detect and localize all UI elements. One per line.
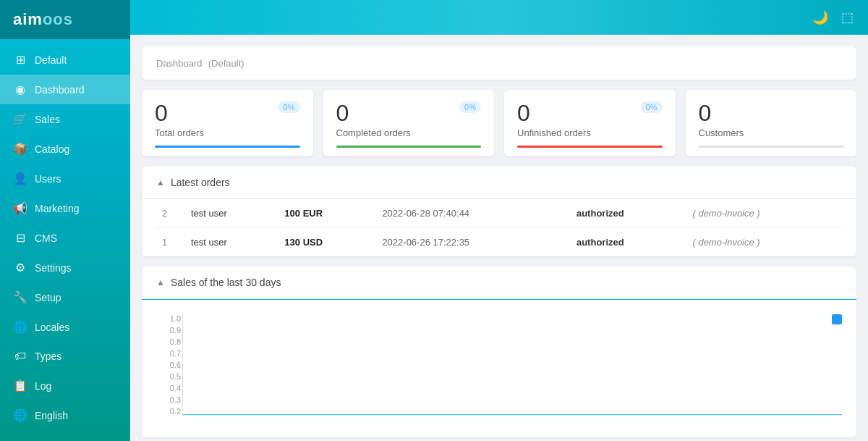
chart-wrapper: 1.0 0.9 0.8 0.7 0.6 0.5 0.4 0.3 0.2 — [156, 314, 842, 416]
sidebar-item-dashboard[interactable]: ◉ Dashboard — [0, 75, 130, 104]
page-header-card: Dashboard (Default) — [142, 46, 856, 80]
sidebar-label-setup: Setup — [35, 292, 61, 303]
sidebar-label-locales: Locales — [35, 322, 69, 333]
topbar: 🌙 ⬚ — [130, 0, 868, 35]
dark-mode-icon[interactable]: 🌙 — [812, 9, 828, 25]
users-icon: 👤 — [13, 172, 27, 185]
sidebar-item-setup[interactable]: 🔧 Setup — [0, 282, 130, 312]
stat-card-header: 0 0% — [336, 101, 482, 127]
y-label: 0.2 — [156, 407, 181, 416]
y-label: 0.6 — [156, 361, 181, 369]
sidebar: aimoos ⊞ Default ◉ Dashboard 🛒 Sales 📦 C… — [0, 0, 130, 441]
order-status: authorized — [571, 228, 687, 257]
unfinished-orders-value: 0 — [517, 101, 530, 125]
setup-icon: 🔧 — [13, 290, 27, 304]
sidebar-item-catalog[interactable]: 📦 Catalog — [0, 134, 130, 164]
y-label: 0.3 — [156, 395, 181, 404]
latest-orders-header: ▲ Latest orders — [142, 167, 856, 199]
chart-svg — [183, 314, 842, 415]
chart-container: 1.0 0.9 0.8 0.7 0.6 0.5 0.4 0.3 0.2 — [142, 307, 856, 437]
y-label: 0.7 — [156, 349, 181, 358]
sidebar-label-default: Default — [35, 54, 67, 66]
y-label: 0.8 — [156, 337, 181, 346]
sidebar-label-log: Log — [35, 380, 51, 392]
total-orders-bar — [155, 146, 300, 148]
sidebar-label-marketing: Marketing — [35, 203, 79, 214]
language-icon: 🌐 — [13, 408, 27, 422]
sidebar-item-settings[interactable]: ⚙ Settings — [0, 253, 130, 282]
sidebar-item-default[interactable]: ⊞ Default — [0, 45, 130, 75]
sidebar-item-cms[interactable]: ⊟ CMS — [0, 223, 130, 253]
completed-orders-label: Completed orders — [336, 127, 482, 138]
sidebar-label-english: English — [35, 410, 68, 421]
sidebar-item-english[interactable]: 🌐 English — [0, 400, 130, 430]
latest-orders-card: ▲ Latest orders 2 test user 100 EUR 2022… — [142, 167, 856, 256]
chevron-up-icon: ▲ — [156, 277, 165, 287]
sidebar-item-users[interactable]: 👤 Users — [0, 164, 130, 193]
sidebar-label-types: Types — [35, 350, 61, 362]
chart-plot-area — [182, 314, 842, 416]
grid-icon: ⊞ — [13, 53, 27, 67]
unfinished-orders-badge: 0% — [641, 101, 663, 113]
sidebar-label-users: Users — [35, 173, 61, 185]
sidebar-logo: aimoos — [0, 0, 130, 39]
stat-card-unfinished-orders: 0 0% Unfinished orders — [504, 90, 676, 156]
main-content: 🌙 ⬚ Dashboard (Default) 0 0% Total order… — [130, 0, 868, 441]
sidebar-label-dashboard: Dashboard — [35, 84, 85, 96]
stat-card-total-orders: 0 0% Total orders — [142, 90, 313, 156]
y-label: 0.5 — [156, 372, 181, 381]
total-orders-label: Total orders — [155, 127, 300, 138]
y-label: 1.0 — [156, 314, 181, 323]
sidebar-item-types[interactable]: 🏷 Types — [0, 342, 130, 371]
order-customer: test user — [185, 199, 278, 228]
table-row: 2 test user 100 EUR 2022-06-28 07:40:44 … — [156, 199, 842, 228]
cms-icon: ⊟ — [13, 231, 27, 245]
order-date: 2022-06-28 07:40:44 — [376, 199, 571, 228]
chevron-up-icon: ▲ — [156, 177, 165, 188]
logo-text: aimoos — [13, 10, 73, 29]
page-content: Dashboard (Default) 0 0% Total orders 0 … — [130, 35, 868, 441]
total-orders-badge: 0% — [278, 101, 300, 113]
table-row: 1 test user 130 USD 2022-06-26 17:22:35 … — [156, 228, 842, 257]
order-payment: ( demo-invoice ) — [686, 199, 842, 228]
marketing-icon: 📢 — [13, 201, 27, 215]
sidebar-label-cms: CMS — [35, 232, 57, 244]
stat-card-header: 0 0% — [517, 101, 663, 127]
catalog-icon: 📦 — [13, 142, 27, 156]
order-id: 2 — [156, 199, 185, 228]
sidebar-label-sales: Sales — [35, 114, 60, 125]
y-axis-labels: 1.0 0.9 0.8 0.7 0.6 0.5 0.4 0.3 0.2 — [156, 314, 181, 416]
sidebar-item-log[interactable]: 📋 Log — [0, 371, 130, 400]
stat-card-header: 0 — [699, 101, 844, 127]
customers-label: Customers — [699, 127, 844, 138]
sidebar-nav: ⊞ Default ◉ Dashboard 🛒 Sales 📦 Catalog … — [0, 39, 130, 441]
locales-icon: 🌐 — [13, 320, 27, 334]
chart-divider — [142, 299, 856, 300]
sales-chart-card: ▲ Sales of the last 30 days 1.0 0.9 0.8 … — [142, 266, 856, 437]
types-icon: 🏷 — [13, 350, 27, 363]
customers-bar — [699, 146, 844, 148]
unfinished-orders-bar — [517, 146, 663, 148]
sidebar-item-sales[interactable]: 🛒 Sales — [0, 104, 130, 134]
order-amount: 130 USD — [278, 228, 376, 257]
order-customer: test user — [185, 228, 278, 257]
y-label: 0.4 — [156, 384, 181, 392]
order-id: 1 — [156, 228, 185, 257]
sidebar-label-catalog: Catalog — [35, 143, 69, 155]
dashboard-icon: ◉ — [13, 83, 27, 96]
settings-icon: ⚙ — [13, 261, 27, 274]
order-amount: 100 EUR — [278, 199, 376, 228]
sales-chart-header: ▲ Sales of the last 30 days — [142, 266, 856, 299]
orders-table: 2 test user 100 EUR 2022-06-28 07:40:44 … — [156, 199, 842, 256]
total-orders-value: 0 — [155, 101, 168, 125]
page-title: Dashboard (Default) — [156, 56, 244, 69]
order-status: authorized — [571, 199, 687, 228]
logout-icon[interactable]: ⬚ — [841, 9, 854, 25]
latest-orders-title: Latest orders — [171, 177, 230, 188]
stat-card-completed-orders: 0 0% Completed orders — [323, 90, 495, 156]
sidebar-item-marketing[interactable]: 📢 Marketing — [0, 193, 130, 223]
sidebar-item-locales[interactable]: 🌐 Locales — [0, 312, 130, 342]
unfinished-orders-label: Unfinished orders — [517, 127, 663, 138]
sales-icon: 🛒 — [13, 112, 27, 126]
completed-orders-value: 0 — [336, 101, 349, 125]
